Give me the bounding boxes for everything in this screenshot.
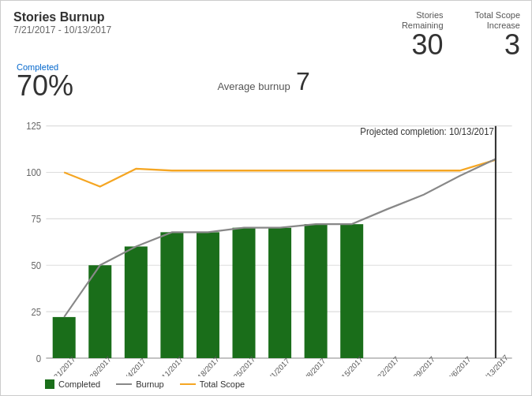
svg-text:125: 125 [26,121,41,133]
burnup-chart: 0 25 50 75 100 125 [13,108,520,376]
completed-metric: Completed 70% [17,62,73,100]
metrics-row: Completed 70% Average burnup 7 [13,62,520,100]
legend-completed: Completed [45,379,100,389]
svg-text:50: 50 [32,260,42,272]
bar-1 [88,266,111,359]
chart-area: 0 25 50 75 100 125 [13,108,520,376]
legend-completed-label: Completed [58,379,100,389]
dashboard-container: Stories Burnup 7/21/2017 - 10/13/2017 St… [1,1,532,396]
chart-title: Stories Burnup [13,10,111,24]
completed-value: 70% [17,72,73,100]
total-scope-value: 3 [504,31,520,59]
bar-5 [233,228,256,358]
x-label-12: 10/13/2017 [478,353,509,376]
legend-burnup: Burnup [116,379,163,389]
stories-remaining-value: 30 [411,31,443,59]
x-label-2: 8/4/2017 [121,357,147,376]
total-scope-line [64,160,496,187]
bar-3 [160,233,183,359]
legend-total-scope-line [180,383,196,385]
legend-completed-box [45,379,54,389]
svg-text:100: 100 [26,167,41,179]
total-scope-block: Total ScopeIncrease 3 [475,10,520,59]
svg-text:0: 0 [36,353,42,364]
bar-8 [340,225,363,359]
legend-total-scope-label: Total Scope [200,379,245,389]
chart-subtitle: 7/21/2017 - 10/13/2017 [13,24,111,35]
stories-remaining-block: StoriesRemaining 30 [402,10,444,59]
legend-total-scope: Total Scope [180,379,245,389]
average-metric: Average burnup 7 [217,67,309,96]
stats-section: StoriesRemaining 30 Total ScopeIncrease … [402,10,520,59]
svg-text:75: 75 [32,214,42,226]
bar-4 [197,233,219,359]
projection-label: Projected completion: 10/13/2017 [360,126,494,138]
x-label-7: 9/8/2017 [301,357,327,376]
title-block: Stories Burnup 7/21/2017 - 10/13/2017 [13,10,111,35]
chart-legend: Completed Burnup Total Scope [13,379,520,389]
bar-7 [305,225,328,359]
top-section: Stories Burnup 7/21/2017 - 10/13/2017 St… [13,10,520,59]
average-label: Average burnup 7 [217,67,309,96]
legend-burnup-label: Burnup [136,379,163,389]
bar-6 [268,228,291,358]
x-label-6: 9/1/2017 [265,357,291,376]
bar-2 [125,247,148,359]
svg-text:25: 25 [32,307,42,319]
legend-burnup-line [116,383,132,385]
average-value: 7 [296,67,310,95]
bar-0 [53,317,76,358]
